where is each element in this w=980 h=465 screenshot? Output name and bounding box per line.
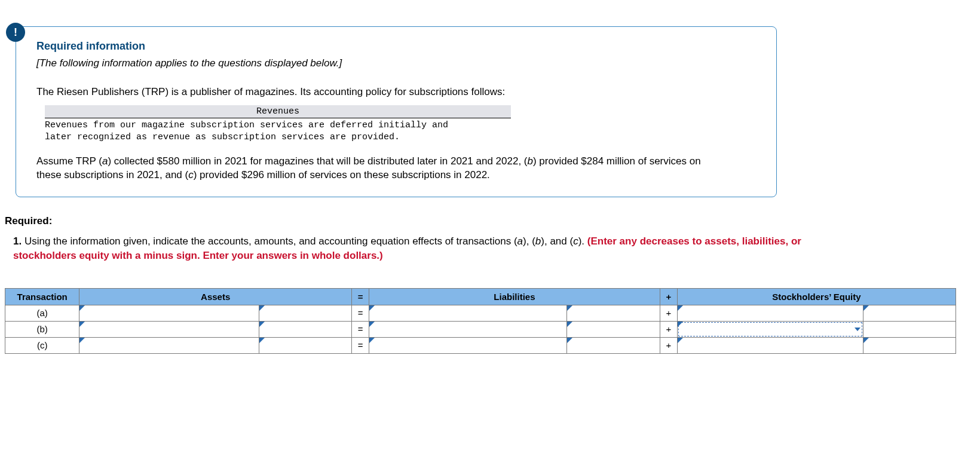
equity-account-cell: [677, 321, 863, 337]
assets-account-cell: [79, 337, 259, 353]
dropdown-marker-icon: [863, 305, 869, 311]
question-mid2: ), and (: [541, 235, 573, 247]
assume-c-text: ) provided $296 million of services on t…: [194, 169, 490, 181]
info-intro: The Riesen Publishers (TRP) is a publish…: [36, 86, 761, 98]
assets-amount-cell: [259, 337, 351, 353]
assume-pre: Assume TRP (: [36, 155, 102, 167]
dropdown-marker-icon: [259, 338, 265, 343]
question-pre: Using the information given, indicate th…: [22, 235, 517, 247]
equity-account-cell: [677, 305, 863, 321]
assets-account-input[interactable]: [79, 322, 258, 337]
assume-a-text: ) collected $580 million in 2021 for mag…: [108, 155, 527, 167]
equity-amount-cell: [863, 337, 956, 353]
alert-icon: !: [6, 23, 25, 42]
dropdown-marker-icon: [79, 322, 85, 327]
equity-amount-cell: [863, 321, 956, 337]
liabilities-account-cell: [369, 305, 567, 321]
info-assume: Assume TRP (a) collected $580 million in…: [36, 154, 706, 183]
chevron-down-icon: [855, 328, 860, 331]
dropdown-marker-icon: [678, 338, 683, 343]
header-equals: =: [352, 288, 369, 305]
equation-table: Transaction Assets = Liabilities + Stock…: [5, 288, 956, 354]
transaction-label: (a): [5, 305, 79, 321]
info-subtitle: [The following information applies to th…: [36, 57, 761, 69]
header-liabilities: Liabilities: [369, 288, 660, 305]
liabilities-account-input[interactable]: [369, 338, 566, 353]
liabilities-account-cell: [369, 321, 567, 337]
question-post: ).: [578, 235, 587, 247]
header-equity: Stockholders’ Equity: [677, 288, 956, 305]
equity-amount-cell: [863, 305, 956, 321]
transaction-label: (b): [5, 321, 79, 337]
assets-account-input[interactable]: [79, 338, 258, 353]
info-title: Required information: [36, 40, 761, 53]
liabilities-account-cell: [369, 337, 567, 353]
table-row: (b)=+: [5, 321, 956, 337]
plus-cell: +: [660, 321, 677, 337]
liabilities-amount-input[interactable]: [567, 338, 659, 353]
equity-account-input[interactable]: [678, 338, 863, 353]
assets-amount-input[interactable]: [259, 338, 351, 353]
question-b: b: [535, 235, 541, 247]
equity-amount-input[interactable]: [863, 305, 956, 321]
liabilities-amount-cell: [567, 321, 660, 337]
dropdown-marker-icon: [863, 338, 869, 343]
table-header-row: Transaction Assets = Liabilities + Stock…: [5, 288, 956, 305]
dropdown-marker-icon: [567, 338, 572, 343]
assets-account-input[interactable]: [79, 305, 258, 321]
required-question: 1. Using the information given, indicate…: [5, 234, 806, 263]
header-transaction: Transaction: [5, 288, 79, 305]
liabilities-account-input[interactable]: [369, 322, 566, 337]
header-plus: +: [660, 288, 677, 305]
question-c: c: [573, 235, 578, 247]
liabilities-amount-cell: [567, 305, 660, 321]
info-box: Required information [The following info…: [16, 26, 777, 197]
policy-box: Revenues Revenues from our magazine subs…: [45, 105, 511, 145]
policy-body: Revenues from our magazine subscription …: [45, 118, 511, 145]
assets-amount-input[interactable]: [259, 305, 351, 321]
dropdown-marker-icon: [79, 338, 85, 343]
equals-cell: =: [352, 337, 369, 353]
assets-amount-cell: [259, 305, 351, 321]
assume-c-letter: c: [188, 169, 194, 181]
dropdown-marker-icon: [259, 305, 265, 311]
liabilities-amount-input[interactable]: [567, 305, 659, 321]
dropdown-marker-icon: [259, 322, 265, 327]
table-row: (a)=+: [5, 305, 956, 321]
required-block: Required: 1. Using the information given…: [5, 215, 806, 263]
assets-amount-input[interactable]: [259, 322, 351, 337]
plus-cell: +: [660, 337, 677, 353]
dropdown-marker-icon: [678, 322, 683, 327]
question-a: a: [517, 235, 523, 247]
dropdown-marker-icon: [79, 305, 85, 311]
question-number: 1.: [13, 235, 22, 247]
transaction-label: (c): [5, 337, 79, 353]
policy-header: Revenues: [45, 105, 511, 118]
header-assets: Assets: [79, 288, 352, 305]
dropdown-marker-icon: [369, 338, 375, 343]
dropdown-marker-icon: [567, 322, 572, 327]
dropdown-marker-icon: [678, 305, 683, 311]
equity-account-cell: [677, 337, 863, 353]
liabilities-amount-input[interactable]: [567, 322, 659, 337]
plus-cell: +: [660, 305, 677, 321]
assets-account-cell: [79, 321, 259, 337]
required-heading: Required:: [5, 215, 806, 227]
equity-account-input[interactable]: [678, 305, 863, 321]
assume-b-letter: b: [528, 155, 533, 167]
equity-account-input[interactable]: [678, 322, 863, 337]
dropdown-marker-icon: [369, 322, 375, 327]
assume-a-letter: a: [102, 155, 108, 167]
equity-amount-input[interactable]: [863, 338, 956, 353]
assets-amount-cell: [259, 321, 351, 337]
question-mid1: ), (: [523, 235, 535, 247]
assets-account-cell: [79, 305, 259, 321]
equals-cell: =: [352, 305, 369, 321]
equals-cell: =: [352, 321, 369, 337]
table-row: (c)=+: [5, 337, 956, 353]
liabilities-account-input[interactable]: [369, 305, 566, 321]
dropdown-marker-icon: [369, 305, 375, 311]
dropdown-marker-icon: [567, 305, 572, 311]
liabilities-amount-cell: [567, 337, 660, 353]
